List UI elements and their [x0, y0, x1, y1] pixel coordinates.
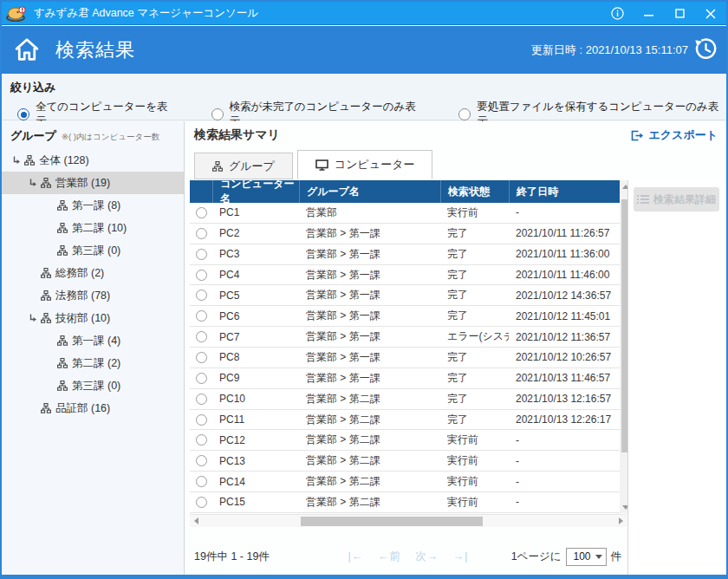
maximize-button[interactable] [664, 2, 695, 25]
group-name-cell: 営業部 > 第二課 [299, 451, 440, 471]
close-button[interactable] [695, 2, 726, 25]
page-header: 検索結果 更新日時 : 2021/10/13 15:11:07 [2, 26, 726, 74]
table-footer: 19件中 1 - 19件 |← ←前 次→ →| 1ページに 100 件 [190, 543, 627, 569]
tree-item[interactable]: 第一課 (8) [2, 194, 184, 217]
table-row[interactable]: PC1営業部実行前- [190, 203, 627, 224]
summary-title: 検索結果サマリ [194, 127, 280, 143]
row-select-cell [190, 224, 212, 244]
tree-item[interactable]: 第二課 (10) [2, 217, 184, 239]
tree-expander-slot [45, 335, 57, 346]
per-page-select[interactable]: 100 [566, 548, 607, 566]
search-result-detail-button[interactable]: 検索結果詳細 [634, 187, 719, 211]
export-button[interactable]: エクスポート [631, 127, 718, 143]
row-radio-button[interactable] [196, 373, 207, 384]
tree-item[interactable]: 技術部 (10) [2, 307, 184, 329]
finish-datetime-cell: 2021/10/12 10:26:57 [509, 348, 614, 368]
table-row[interactable]: PC3営業部 > 第一課完了2021/10/11 11:36:00 [190, 244, 627, 265]
radio-unselected-icon[interactable] [211, 108, 224, 120]
row-radio-button[interactable] [196, 310, 207, 322]
tree-item-label: 第一課 (4) [72, 334, 120, 348]
row-radio-button[interactable] [196, 476, 207, 487]
row-radio-button[interactable] [196, 455, 207, 466]
row-select-cell [190, 430, 212, 450]
tree-expander-icon[interactable] [12, 155, 24, 166]
row-radio-button[interactable] [196, 434, 207, 446]
table-row[interactable]: PC10営業部 > 第二課完了2021/10/13 12:16:57 [190, 389, 627, 410]
radio-selected-icon[interactable] [17, 108, 29, 120]
header-computer-name[interactable]: コンピューター名 [212, 180, 299, 203]
search-status-cell: 実行前 [440, 451, 509, 471]
prev-page-button[interactable]: ←前 [378, 550, 401, 563]
table-row[interactable]: PC6営業部 > 第一課完了2021/10/12 11:45:01 [190, 306, 627, 327]
finish-datetime-cell: - [509, 492, 614, 512]
row-radio-button[interactable] [196, 290, 207, 301]
first-page-button[interactable]: |← [348, 550, 364, 563]
table-row[interactable]: PC7営業部 > 第一課エラー(システム...2021/10/12 11:36:… [190, 327, 627, 348]
tree-item[interactable]: 品証部 (16) [2, 397, 184, 420]
radio-unselected-icon[interactable] [458, 108, 471, 120]
row-radio-button[interactable] [196, 394, 207, 405]
tree-expander-slot [29, 268, 41, 278]
table-row[interactable]: PC4営業部 > 第一課完了2021/10/11 11:46:00 [190, 265, 627, 286]
row-radio-button[interactable] [196, 352, 207, 363]
table-row[interactable]: PC12営業部 > 第二課実行前- [190, 430, 627, 451]
tree-item[interactable]: 第三課 (0) [2, 374, 184, 397]
table-row[interactable]: PC9営業部 > 第一課完了2021/10/13 11:46:57 [190, 368, 627, 389]
table-row[interactable]: PC15営業部 > 第二課実行前- [190, 492, 627, 513]
last-page-button[interactable]: →| [453, 550, 469, 563]
group-name-cell: 営業部 > 第二課 [299, 492, 440, 512]
header-search-status[interactable]: 検索状態 [440, 180, 509, 203]
chevron-down-icon [595, 555, 602, 559]
detail-panel: 検索結果詳細 [627, 180, 725, 575]
home-icon[interactable] [14, 37, 40, 62]
table-row[interactable]: PC14営業部 > 第二課実行前- [190, 472, 627, 492]
tree-item[interactable]: 第二課 (2) [2, 352, 184, 374]
tree-item[interactable]: 全体 (128) [2, 149, 184, 172]
table-row[interactable]: PC13営業部 > 第二課実行前- [190, 451, 627, 472]
table-row[interactable]: PC11営業部 > 第二課完了2021/10/13 12:26:17 [190, 410, 627, 431]
computer-name-cell: PC11 [212, 410, 299, 430]
row-radio-button[interactable] [196, 414, 207, 426]
scroll-right-icon[interactable] [614, 515, 627, 527]
horizontal-scroll-thumb[interactable] [301, 517, 483, 526]
row-radio-button[interactable] [196, 497, 207, 508]
row-radio-button[interactable] [196, 270, 207, 281]
next-page-button[interactable]: 次→ [415, 550, 439, 563]
tree-item[interactable]: 営業部 (19) [2, 172, 184, 194]
tab-computer[interactable]: コンピューター [297, 150, 433, 179]
search-status-cell: 実行前 [440, 203, 509, 223]
info-button[interactable] [601, 2, 633, 25]
tree-item-label: 第三課 (0) [72, 379, 120, 394]
header-finish-datetime[interactable]: 終了日時 [509, 180, 614, 203]
tree-expander-icon[interactable] [29, 178, 41, 188]
tree-expander-icon[interactable] [29, 313, 41, 323]
tree-item[interactable]: 第三課 (0) [2, 239, 184, 262]
main-panel: 検索結果サマリ エクスポート グループコンピューター コンピューター名 グループ… [185, 121, 726, 575]
group-name-cell: 営業部 [299, 203, 440, 223]
row-select-cell [190, 389, 212, 409]
header-group-name[interactable]: グループ名 [299, 180, 440, 203]
tree-item-label: 第一課 (8) [72, 198, 120, 213]
group-icon [57, 245, 68, 256]
minimize-button[interactable] [633, 2, 664, 25]
scroll-left-icon[interactable] [190, 515, 202, 527]
row-radio-button[interactable] [196, 331, 207, 342]
tree-expander-slot [45, 245, 57, 256]
table-row[interactable]: PC8営業部 > 第一課完了2021/10/12 10:26:57 [190, 348, 627, 368]
row-radio-button[interactable] [196, 228, 207, 239]
row-select-cell [190, 203, 212, 223]
tab-group[interactable]: グループ [194, 153, 293, 179]
horizontal-scrollbar[interactable] [190, 514, 627, 527]
tree-item[interactable]: 法務部 (78) [2, 284, 184, 307]
tree-item[interactable]: 総務部 (2) [2, 262, 184, 284]
finish-datetime-cell: 2021/10/11 11:36:00 [509, 244, 614, 264]
table-row[interactable]: PC5営業部 > 第一課完了2021/10/12 14:36:57 [190, 285, 627, 306]
computer-name-cell: PC8 [212, 348, 299, 368]
refresh-icon[interactable] [694, 37, 718, 61]
row-radio-button[interactable] [196, 207, 207, 218]
tree-item[interactable]: 第一課 (4) [2, 329, 184, 352]
table-row[interactable]: PC2営業部 > 第一課完了2021/10/11 11:26:57 [190, 224, 627, 244]
row-radio-button[interactable] [196, 249, 207, 260]
computer-name-cell: PC4 [212, 265, 299, 285]
group-icon [57, 223, 68, 233]
